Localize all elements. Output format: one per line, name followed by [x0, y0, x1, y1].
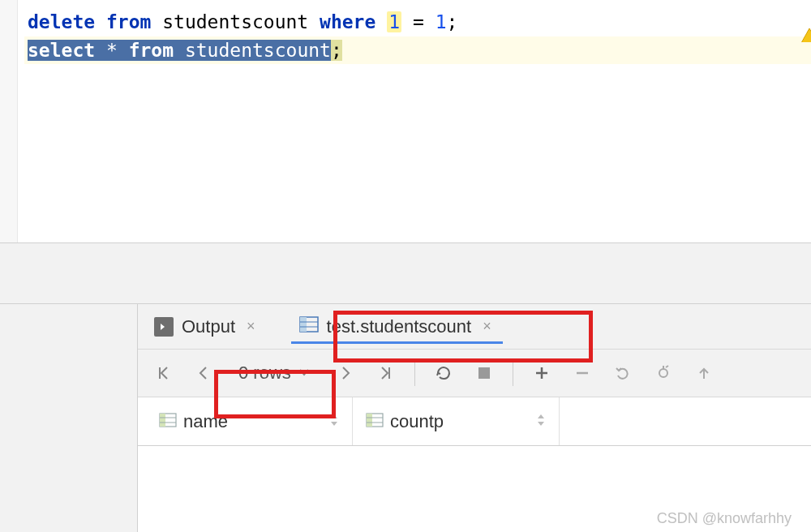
- tab-table[interactable]: test.studentscount ×: [291, 310, 503, 344]
- star: *: [106, 40, 118, 61]
- operator-eq: =: [413, 11, 424, 32]
- identifier-table: studentscount: [185, 40, 331, 61]
- svg-rect-11: [367, 414, 372, 427]
- keyword-where: where: [320, 11, 375, 32]
- keyword-select: select: [28, 40, 95, 61]
- table-icon: [299, 316, 319, 337]
- upload-button[interactable]: [687, 356, 721, 390]
- semicolon: ;: [446, 11, 457, 32]
- watermark: CSDN @knowfarhhy: [657, 510, 792, 527]
- column-header-name[interactable]: name: [146, 397, 353, 445]
- svg-point-5: [659, 369, 667, 377]
- close-icon[interactable]: ×: [479, 318, 495, 335]
- svg-rect-7: [160, 414, 165, 427]
- tab-output[interactable]: Output ×: [146, 310, 267, 344]
- svg-rect-4: [478, 367, 490, 379]
- sql-editor[interactable]: delete from studentscount where 1 = 1; s…: [0, 0, 811, 243]
- refresh-button[interactable]: [427, 356, 461, 390]
- sort-icon[interactable]: [536, 413, 546, 431]
- warning-icon[interactable]: [800, 24, 811, 42]
- close-icon[interactable]: ×: [243, 318, 259, 335]
- tab-table-label: test.studentscount: [327, 316, 472, 337]
- keyword-from: from: [106, 11, 151, 32]
- first-page-button[interactable]: [146, 356, 180, 390]
- add-row-button[interactable]: [525, 356, 559, 390]
- remove-row-button[interactable]: [565, 356, 599, 390]
- column-name-label: name: [183, 411, 228, 432]
- revert-button[interactable]: [606, 356, 640, 390]
- column-header-countp[interactable]: countp: [353, 397, 560, 445]
- keyword-delete: delete: [28, 11, 95, 32]
- code-line-2: select * from studentscount;: [24, 36, 811, 65]
- keyword-from: from: [129, 40, 174, 61]
- column-icon: [366, 411, 384, 432]
- commit-button[interactable]: [646, 356, 680, 390]
- results-gutter: [0, 304, 138, 532]
- chevron-down-icon: [298, 363, 311, 384]
- rows-count-label: 0 rows: [238, 363, 291, 384]
- sort-icon[interactable]: [329, 413, 339, 431]
- column-countp-label: countp: [390, 411, 444, 432]
- tab-output-label: Output: [182, 316, 235, 337]
- svg-rect-1: [300, 317, 307, 332]
- separator: [414, 360, 415, 386]
- literal-num: 1: [436, 11, 447, 32]
- separator: [513, 360, 513, 386]
- rows-count[interactable]: 0 rows: [227, 363, 322, 384]
- column-icon: [159, 411, 177, 432]
- code-line-1: delete from studentscount where 1 = 1;: [24, 8, 811, 36]
- last-page-button[interactable]: [369, 356, 403, 390]
- editor-gutter: [0, 0, 18, 242]
- panel-spacer: [0, 243, 811, 304]
- stop-button[interactable]: [467, 356, 501, 390]
- semicolon: ;: [331, 40, 342, 61]
- output-icon: [154, 317, 174, 337]
- identifier-table: studentscount: [162, 11, 308, 32]
- prev-page-button[interactable]: [187, 356, 221, 390]
- next-page-button[interactable]: [328, 356, 363, 390]
- literal-num: 1: [387, 11, 401, 32]
